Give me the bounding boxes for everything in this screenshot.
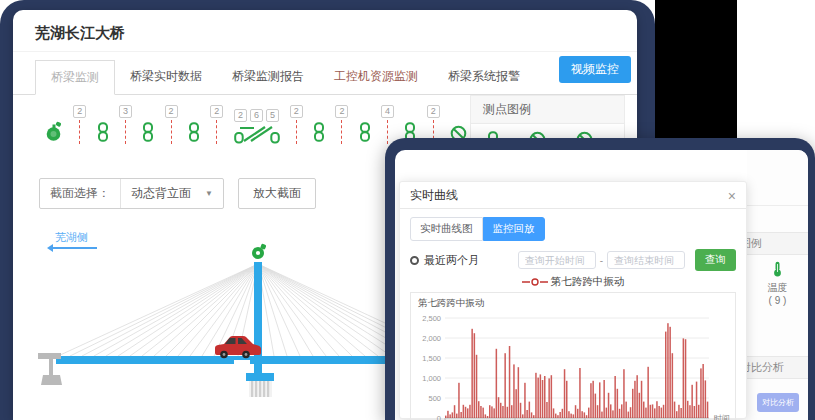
section-select-dropdown[interactable]: 动态背立面 ▼ [120, 179, 223, 208]
legend-panel-title: 测点图例 [471, 96, 624, 124]
svg-text:500: 500 [428, 394, 441, 403]
main-tab-bar: 桥梁监测 桥梁实时数据 桥梁监测报告 工控机资源监测 桥梁系统报警 [13, 60, 637, 95]
realtime-curve-dialog: 实时曲线 × 实时曲线图 监控回放 最近两个月 - 查询 [399, 181, 747, 419]
svg-text:0: 0 [437, 414, 441, 420]
section-toolbar: 截面选择： 动态背立面 ▼ 放大截面 [39, 178, 316, 209]
dashed-line [125, 120, 126, 144]
dialog-header: 实时曲线 × [400, 182, 746, 209]
query-row: 最近两个月 - 查询 [410, 249, 736, 271]
section-select-label: 截面选择： [40, 179, 120, 208]
background-black-area [655, 0, 737, 140]
sidebar-legend-header: 测点图例 [747, 232, 808, 255]
svg-text:1,500: 1,500 [422, 354, 441, 363]
tab-bridge-monitor[interactable]: 桥梁监测 [35, 60, 115, 95]
sensor-count-badge: 2 [165, 105, 178, 118]
end-time-input[interactable] [607, 251, 685, 269]
sensor-measure-point: 4 [381, 105, 394, 144]
abutment-pier [38, 353, 62, 385]
page-title: 芜湖长江大桥 [13, 10, 637, 52]
pier-cap [246, 373, 274, 381]
link-sensor-icon[interactable] [359, 122, 371, 142]
legend-label: 第七跨跨中振动 [551, 275, 625, 287]
chart-container: 第七跨跨中振动 2,5002,0001,5001,00050002018-09-… [410, 292, 736, 420]
svg-text:时间: 时间 [714, 414, 730, 420]
query-button[interactable]: 查询 [695, 249, 736, 271]
sensor-measure-point: 3 [119, 105, 132, 144]
temperature-sensor-block[interactable]: 温度 ( 9 ) [747, 261, 808, 308]
tab-system-alarm[interactable]: 桥梁系统报警 [433, 60, 535, 95]
dashed-line [171, 120, 172, 144]
svg-text:2,000: 2,000 [422, 334, 441, 343]
tab-monitor-report[interactable]: 桥梁监测报告 [217, 60, 319, 95]
time-range-inputs: - [518, 251, 685, 269]
sensor-measure-point: 2 [335, 105, 348, 144]
dashed-line [216, 120, 217, 144]
sensor-count-badge: 2 [335, 105, 348, 118]
curve-dialog-window: 测点图例 温度 ( 9 ) 对比分析 对比分析 监测点列表 实 [385, 138, 815, 420]
section-select-value: 动态背立面 [131, 185, 191, 202]
temperature-count: ( 9 ) [747, 294, 808, 308]
radio-last-two-months[interactable] [410, 256, 419, 265]
dashed-line [387, 120, 388, 144]
link-sensor-icon[interactable] [188, 122, 200, 142]
dashed-line [79, 120, 80, 144]
tower-sensor-icon[interactable] [252, 243, 267, 259]
start-time-input[interactable] [518, 251, 596, 269]
bridge-drawing [18, 240, 390, 420]
sensor-point-row: 23222652242 [45, 96, 467, 144]
chart-title: 第七跨跨中振动 [418, 297, 731, 310]
tab-realtime-curve[interactable]: 实时曲线图 [410, 217, 483, 241]
sensor-count-badge: 3 [119, 105, 132, 118]
svg-text:1,000: 1,000 [422, 374, 441, 383]
link-sensor-icon[interactable] [313, 122, 325, 142]
section-select-group: 截面选择： 动态背立面 ▼ [39, 178, 224, 209]
sensor-count-badge: 4 [381, 105, 394, 118]
sensor-count-badge: 2 [427, 105, 440, 118]
bridge-cables [58, 264, 390, 356]
video-monitor-button[interactable]: 视频监控 [559, 56, 631, 83]
sensor-count-badge: 2 [234, 109, 247, 122]
range-separator: - [600, 255, 603, 266]
sensor-measure-point: 2 [73, 105, 86, 144]
pile-group [249, 381, 272, 397]
legend-marker-icon [522, 277, 548, 287]
sensor-measure-point: 2 [210, 105, 223, 144]
close-icon[interactable]: × [728, 190, 736, 202]
sidebar-divider [747, 205, 808, 206]
compare-analysis-button[interactable]: 对比分析 [757, 393, 799, 412]
tab-ipc-resource-monitor[interactable]: 工控机资源监测 [319, 60, 433, 95]
dialog-tab-bar: 实时曲线图 监控回放 [410, 217, 736, 241]
sensor-count-badge: 5 [266, 109, 279, 122]
sidebar-compare-header: 对比分析 [747, 356, 808, 379]
temperature-label: 温度 [747, 281, 808, 295]
sensor-count-badge: 2 [73, 105, 86, 118]
tab-realtime-data[interactable]: 桥梁实时数据 [115, 60, 217, 95]
sensor-count-badge: 2 [210, 105, 223, 118]
svg-text:2,500: 2,500 [422, 314, 441, 323]
thermometer-icon [772, 261, 783, 277]
link-sensor-icon[interactable] [97, 122, 109, 142]
sensor-count-badge: 2 [290, 105, 303, 118]
sensor-count-badge: 6 [250, 109, 263, 122]
background-app-sidebar: 测点图例 温度 ( 9 ) 对比分析 对比分析 监测点列表 [747, 150, 808, 420]
sensor-measure-point: 2 [290, 105, 303, 144]
enlarge-section-button[interactable]: 放大截面 [238, 178, 316, 209]
dashed-line [296, 120, 297, 144]
deck-joint-gap [234, 360, 250, 364]
chevron-down-icon: ▼ [205, 189, 213, 198]
gauge-sensor-icon[interactable] [45, 121, 63, 142]
sensor-measure-point: 2 [165, 105, 178, 144]
chart-legend[interactable]: 第七跨跨中振动 [400, 275, 746, 289]
link-sensor-icon[interactable] [142, 122, 154, 142]
vibration-chart: 2,5002,0001,5001,00050002018-09-30 16:01… [415, 310, 731, 420]
bearing-sensor-icon[interactable]: 265 [234, 109, 280, 144]
tab-monitor-playback[interactable]: 监控回放 [483, 217, 545, 241]
curve-window-content: 测点图例 温度 ( 9 ) 对比分析 对比分析 监测点列表 实 [395, 150, 808, 420]
dialog-title: 实时曲线 [410, 187, 458, 204]
radio-label: 最近两个月 [424, 253, 479, 268]
dashed-line [341, 120, 342, 144]
